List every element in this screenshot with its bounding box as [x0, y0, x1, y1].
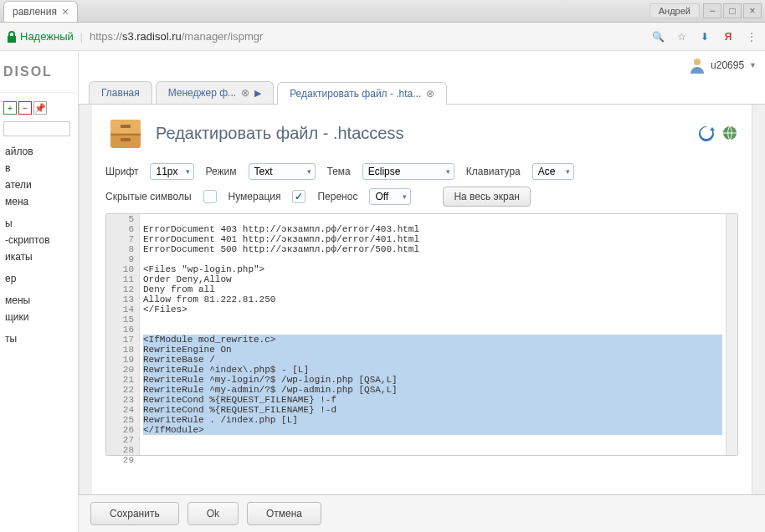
sidebar-item[interactable]: айлов: [2, 143, 76, 160]
logo: DISOL: [0, 51, 79, 93]
code-line[interactable]: Deny from all: [143, 284, 722, 294]
code-line[interactable]: [143, 325, 722, 335]
sidebar-item[interactable]: в: [2, 160, 76, 176]
refresh-icon[interactable]: [698, 125, 715, 141]
code-line[interactable]: [143, 214, 722, 224]
code-line[interactable]: [143, 435, 722, 445]
window-controls: − □ ×: [703, 3, 762, 18]
svg-rect-4: [121, 138, 131, 141]
code-line[interactable]: RewriteBase /: [143, 355, 722, 365]
collapse-all-button[interactable]: −: [18, 101, 32, 115]
close-icon[interactable]: ×: [62, 5, 69, 18]
globe-icon[interactable]: [721, 125, 738, 141]
hidden-chars-checkbox[interactable]: [203, 190, 217, 203]
svg-rect-3: [121, 125, 131, 128]
sidebar-item[interactable]: ы: [2, 215, 76, 232]
cancel-button[interactable]: Отмена: [247, 502, 321, 525]
browser-tab[interactable]: равления ×: [3, 1, 78, 22]
code-line[interactable]: RewriteEngine On: [143, 345, 722, 355]
keyboard-select[interactable]: Ace: [532, 163, 574, 180]
editor-code[interactable]: ErrorDocument 403 http://экзампл.рф/erro…: [140, 214, 726, 455]
close-icon[interactable]: ⊗: [241, 87, 249, 99]
close-button[interactable]: ×: [743, 3, 762, 18]
code-line[interactable]: RewriteCond %{REQUEST_FILENAME} !-f: [143, 395, 722, 405]
code-line[interactable]: ErrorDocument 500 http://экзампл.рф/erro…: [143, 244, 722, 254]
divider: |: [80, 31, 83, 43]
sidebar-item[interactable]: мены: [2, 292, 76, 309]
editor-gutter: 5678910111213141516171819202122232425262…: [106, 214, 140, 455]
star-icon[interactable]: ☆: [675, 30, 688, 43]
button-bar: Сохранить Ok Отмена: [79, 494, 765, 532]
maximize-button[interactable]: □: [723, 3, 742, 18]
yandex-icon[interactable]: Я: [721, 30, 735, 43]
sidebar-item[interactable]: ер: [2, 270, 76, 287]
numbering-label: Нумерация: [228, 191, 281, 202]
font-select[interactable]: 11px: [150, 163, 193, 180]
username-label: u20695: [711, 59, 744, 71]
hidden-chars-label: Скрытые символы: [105, 191, 192, 202]
content-area: Редактировать файл - .htaccess Шрифт 11p…: [79, 105, 765, 494]
code-editor[interactable]: 5678910111213141516171819202122232425262…: [105, 213, 738, 456]
wrap-select[interactable]: Off: [369, 188, 411, 205]
main-panel: u20695 ▼ ГлавнаяМенеджер ф...⊗▶Редактиро…: [79, 51, 765, 532]
code-line[interactable]: <Files "wp-login.php">: [143, 264, 722, 274]
pin-button[interactable]: 📌: [33, 101, 47, 115]
theme-select[interactable]: Eclipse: [362, 163, 454, 180]
sidebar-item[interactable]: мена: [2, 193, 76, 210]
minimize-button[interactable]: −: [703, 3, 721, 18]
code-line[interactable]: Order Deny,Allow: [143, 274, 722, 284]
code-line[interactable]: RewriteRule . /index.php [L]: [143, 415, 722, 425]
tab-label: Главная: [101, 87, 140, 99]
download-icon[interactable]: ⬇: [698, 30, 711, 43]
app-tabs: ГлавнаяМенеджер ф...⊗▶Редактировать файл…: [79, 79, 765, 105]
main-header: u20695 ▼: [79, 51, 765, 79]
code-line[interactable]: [143, 445, 722, 455]
code-line[interactable]: RewriteRule ^my-admin/?$ /wp-admin.php […: [143, 385, 722, 395]
code-line[interactable]: Allow from 81.222.81.250: [143, 294, 722, 304]
app-tab[interactable]: Менеджер ф...⊗▶: [156, 81, 274, 104]
sidebar-filter-input[interactable]: [3, 121, 70, 136]
menu-icon[interactable]: ⋮: [745, 30, 758, 43]
expand-all-button[interactable]: +: [3, 101, 17, 115]
app-tab[interactable]: Главная: [89, 81, 152, 104]
tab-label: Менеджер ф...: [168, 87, 236, 99]
numbering-checkbox[interactable]: [292, 190, 305, 203]
editor-scrollbar[interactable]: [726, 214, 737, 455]
chrome-user-badge[interactable]: Андрей: [649, 3, 700, 18]
code-line[interactable]: [143, 315, 722, 325]
lock-icon: [7, 31, 17, 43]
code-line[interactable]: <IfModule mod_rewrite.c>: [143, 335, 722, 345]
svg-rect-5: [110, 134, 141, 136]
code-line[interactable]: ErrorDocument 401 http://экзампл.рф/erro…: [143, 234, 722, 244]
fullscreen-button[interactable]: На весь экран: [443, 187, 531, 207]
code-line[interactable]: RewriteRule ^my-login/?$ /wp-login.php […: [143, 375, 722, 385]
ok-button[interactable]: Ok: [187, 502, 239, 525]
code-line[interactable]: RewriteCond %{REQUEST_FILENAME} !-d: [143, 405, 722, 415]
code-line[interactable]: </IfModule>: [143, 425, 722, 435]
page-title: Редактировать файл - .htaccess: [156, 124, 403, 143]
wrap-label: Перенос: [317, 191, 357, 202]
code-line[interactable]: RewriteRule ^index\.php$ - [L]: [143, 365, 722, 375]
code-line[interactable]: [143, 254, 722, 264]
file-cabinet-icon: [105, 113, 146, 153]
zoom-icon[interactable]: 🔍: [651, 30, 665, 43]
save-button[interactable]: Сохранить: [90, 502, 179, 525]
chevron-down-icon: ▼: [749, 61, 757, 69]
code-line[interactable]: ErrorDocument 403 http://экзампл.рф/erro…: [143, 224, 722, 234]
browser-tab-title: равления: [13, 6, 57, 18]
url-text[interactable]: https://s3.radisol.ru/manager/ispmgr: [90, 30, 644, 43]
sidebar-item[interactable]: атели: [2, 176, 76, 193]
sidebar-item[interactable]: щики: [2, 309, 76, 325]
close-icon[interactable]: ⊗: [426, 88, 434, 100]
sidebar-item[interactable]: ты: [2, 330, 76, 347]
sidebar-tree: айловвателимена ы-скриптовикаты ер меныщ…: [0, 140, 78, 350]
scrollbar[interactable]: [79, 105, 92, 494]
user-block[interactable]: u20695 ▼: [689, 57, 757, 74]
sidebar-item[interactable]: икаты: [2, 248, 76, 265]
scrollbar[interactable]: [752, 105, 765, 494]
mode-select[interactable]: Text: [249, 163, 316, 180]
code-line[interactable]: </Files>: [143, 304, 722, 315]
app-tab[interactable]: Редактировать файл - .hta...⊗: [277, 82, 447, 105]
sidebar-item[interactable]: -скриптов: [2, 232, 76, 248]
content-inner: Редактировать файл - .htaccess Шрифт 11p…: [92, 105, 752, 494]
